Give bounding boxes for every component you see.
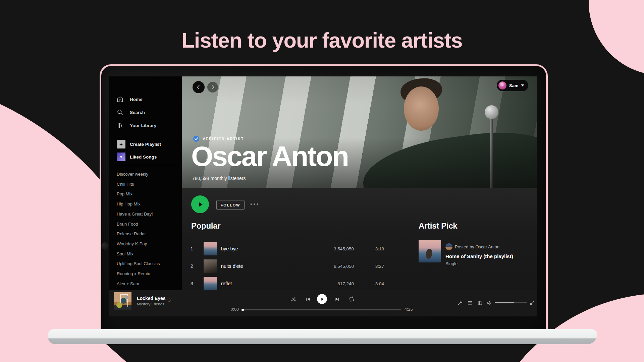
playlist-item[interactable]: Discover weekly	[117, 169, 160, 179]
progress-handle[interactable]	[241, 309, 244, 311]
album-art-circle	[125, 296, 128, 299]
artist-pick-figure	[425, 248, 433, 259]
forward-button[interactable]	[207, 82, 218, 93]
laptop-frame: Home Search Your Library + Create P	[100, 64, 548, 342]
popular-heading: Popular	[191, 221, 220, 231]
track-index: 1	[188, 246, 198, 251]
lyrics-mic-icon[interactable]	[457, 300, 463, 306]
track-plays: 6,545,050	[314, 264, 354, 269]
track-row[interactable]: 2 nuits d'ete 6,545,050 3:27	[188, 257, 384, 275]
elapsed-time: 0:00	[229, 307, 239, 312]
track-row[interactable]: 3 reflet 817,240 3:04	[188, 275, 384, 292]
track-row[interactable]: 1 bye bye 3,545,050 3:18	[188, 240, 384, 257]
page-title: Listen to your favorite artists	[0, 28, 644, 52]
track-duration: 3:18	[354, 246, 384, 251]
total-duration: 4:25	[405, 307, 413, 312]
liked-songs-button[interactable]: ♥ Liked Songs	[117, 152, 157, 162]
library-icon	[117, 122, 123, 129]
sidebar-item-label: Your Library	[130, 123, 156, 128]
artist-pick-avatar	[445, 243, 452, 250]
track-index: 3	[188, 281, 198, 286]
playlist-item[interactable]: Running x Remix	[117, 269, 160, 279]
like-track-icon[interactable]: ♡	[166, 296, 172, 304]
track-duration: 3:04	[354, 281, 384, 286]
search-icon	[117, 109, 123, 116]
volume-icon[interactable]	[486, 300, 492, 306]
previous-track-icon[interactable]	[305, 296, 311, 302]
playlist-item[interactable]: Brain Food	[117, 219, 160, 229]
track-title: bye bye	[221, 246, 314, 251]
play-icon	[320, 297, 324, 301]
artist-pick-heading: Artist Pick	[419, 221, 457, 231]
play-icon	[197, 201, 204, 208]
shuffle-icon[interactable]	[290, 296, 296, 302]
sidebar-item-label: Search	[130, 110, 145, 115]
avatar	[498, 81, 506, 89]
more-options-icon[interactable]: •••	[250, 201, 260, 207]
laptop-shadow	[84, 342, 560, 362]
album-art-circle	[116, 302, 122, 308]
bezel-dot	[101, 242, 109, 250]
track-title: reflet	[221, 281, 314, 286]
sidebar-item-library[interactable]: Your Library	[117, 121, 156, 130]
artist-pick-subtitle: Single	[445, 261, 458, 266]
monthly-listeners: 780,598 monthly listeners	[192, 176, 246, 181]
now-playing-art	[114, 292, 131, 310]
chevron-right-icon	[211, 85, 215, 89]
artist-name: Oscar Anton	[191, 141, 348, 171]
queue-icon[interactable]	[467, 300, 473, 306]
main-view: Sam VERIFIED ARTIST Oscar Anton 780,598 …	[182, 76, 537, 290]
sidebar-item-search[interactable]: Search	[117, 108, 145, 117]
app-window: Home Search Your Library + Create P	[109, 76, 537, 316]
heart-icon: ♥	[117, 153, 125, 161]
now-playing-artist: Mystery Friends	[137, 302, 166, 306]
sidebar-divider	[117, 165, 174, 165]
create-playlist-button[interactable]: + Create Playlist	[117, 139, 161, 149]
plus-icon: +	[117, 140, 125, 148]
chevron-down-icon	[521, 84, 524, 86]
marketing-canvas: Listen to your favorite artists Home Sea…	[0, 0, 644, 362]
progress-bar[interactable]	[242, 309, 401, 310]
sidebar-item-label: Home	[130, 97, 143, 102]
now-playing-meta: Locked Eyes Mystery Friends	[137, 296, 166, 306]
track-index: 2	[188, 263, 198, 269]
playlist-item[interactable]: Pop Mix	[117, 189, 160, 199]
playlist-item[interactable]: Chill Hits	[117, 179, 160, 189]
connect-device-icon[interactable]	[477, 300, 483, 306]
playlist-item[interactable]: Release Radar	[117, 229, 160, 239]
playlist-item[interactable]: Hip Hop Mix	[117, 199, 160, 209]
chevron-left-icon	[196, 85, 201, 89]
playlist-item[interactable]: Workday K-Pop	[117, 239, 160, 249]
back-button[interactable]	[193, 81, 205, 93]
sidebar: Home Search Your Library + Create P	[109, 76, 182, 290]
track-list: 1 bye bye 3,545,050 3:18 2 nuits d'ete 6…	[188, 240, 384, 292]
playlist-item[interactable]: Have a Great Day!	[117, 209, 160, 219]
artist-pick-title: Home of Sanity (the playlist)	[445, 253, 513, 259]
artist-pick-thumbnail	[419, 240, 441, 262]
playlist-item[interactable]: Uplifting Soul Classics	[117, 259, 160, 269]
follow-button[interactable]: FOLLOW	[216, 200, 245, 210]
next-track-icon[interactable]	[334, 296, 340, 302]
user-menu[interactable]: Sam	[497, 80, 528, 91]
play-artist-button[interactable]	[191, 195, 209, 213]
artist-content: FOLLOW ••• Popular 1 bye bye 3,545,050 3…	[182, 188, 537, 290]
user-name: Sam	[509, 83, 518, 88]
artist-pick-card[interactable]: Posted by Oscar Anton Home of Sanity (th…	[419, 240, 529, 270]
home-icon	[117, 96, 123, 103]
playlist-list: Discover weekly Chill Hits Pop Mix Hip H…	[117, 169, 160, 289]
track-thumbnail	[204, 242, 217, 255]
now-playing-title: Locked Eyes	[137, 296, 166, 301]
artist-header: Sam VERIFIED ARTIST Oscar Anton 780,598 …	[182, 76, 537, 188]
sidebar-item-home[interactable]: Home	[117, 95, 143, 104]
track-thumbnail	[204, 259, 217, 273]
track-thumbnail	[204, 277, 217, 290]
play-pause-button[interactable]	[317, 294, 327, 304]
fullscreen-icon[interactable]	[529, 300, 535, 306]
track-plays: 817,240	[314, 281, 354, 286]
playlist-item[interactable]: Alex + Sam	[117, 279, 160, 289]
repeat-icon[interactable]	[348, 296, 355, 302]
track-title: nuits d'ete	[221, 263, 314, 269]
playlist-item[interactable]: Soul Mix	[117, 249, 160, 259]
volume-slider[interactable]	[495, 302, 527, 303]
laptop-base	[48, 329, 597, 344]
